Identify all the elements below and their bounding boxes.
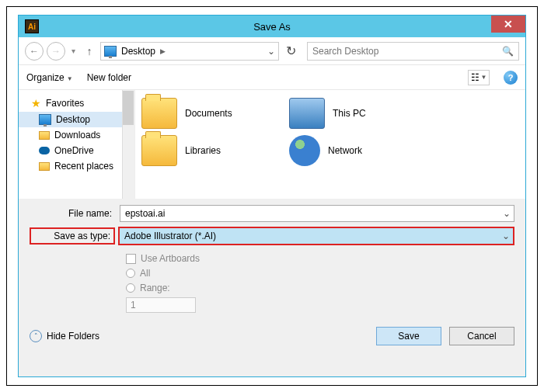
save-button[interactable]: Save bbox=[376, 327, 441, 345]
cloud-icon bbox=[39, 147, 50, 154]
window-title: Save As bbox=[19, 21, 525, 33]
sidebar-scrollbar[interactable] bbox=[122, 90, 134, 199]
item-this-pc[interactable]: This PC bbox=[289, 98, 421, 129]
folder-icon bbox=[141, 135, 177, 166]
sidebar: ★ Favorites Desktop Downloads OneDrive R… bbox=[19, 90, 135, 199]
folder-icon bbox=[39, 162, 50, 171]
item-network[interactable]: Network bbox=[289, 135, 421, 166]
chevron-down-icon[interactable]: ⌄ bbox=[502, 231, 510, 241]
sidebar-item-recent[interactable]: Recent places bbox=[19, 158, 134, 174]
refresh-button[interactable]: ↻ bbox=[282, 43, 299, 58]
star-icon: ★ bbox=[31, 97, 41, 109]
breadcrumb-dropdown-icon[interactable]: ⌄ bbox=[267, 46, 275, 57]
breadcrumb[interactable]: Desktop ▶ ⌄ bbox=[100, 42, 279, 61]
radio-icon bbox=[126, 269, 135, 278]
savetype-dropdown[interactable]: Adobe Illustrator (*.AI) ⌄ bbox=[118, 227, 514, 245]
range-input: 1 bbox=[126, 297, 196, 313]
forward-button[interactable]: → bbox=[47, 42, 65, 61]
organize-button[interactable]: Organize▼ bbox=[26, 72, 73, 83]
filename-label: File name: bbox=[30, 208, 115, 219]
desktop-icon bbox=[39, 114, 51, 125]
new-folder-button[interactable]: New folder bbox=[87, 72, 131, 83]
back-button[interactable]: ← bbox=[25, 42, 44, 61]
folder-documents[interactable]: Documents bbox=[141, 98, 274, 129]
savetype-label: Save as type: bbox=[30, 227, 115, 245]
search-icon: 🔍 bbox=[502, 46, 514, 57]
chevron-right-icon: ▶ bbox=[160, 47, 166, 55]
search-placeholder: Search Desktop bbox=[312, 46, 378, 57]
folder-icon bbox=[39, 131, 50, 140]
help-button[interactable]: ? bbox=[504, 71, 518, 85]
all-radio: All bbox=[126, 268, 514, 279]
globe-icon bbox=[289, 135, 320, 166]
filename-input[interactable]: epstoai.ai ⌄ bbox=[120, 205, 514, 222]
pc-icon bbox=[289, 98, 325, 129]
nav-separator: ▾ bbox=[71, 47, 75, 55]
sidebar-item-downloads[interactable]: Downloads bbox=[19, 127, 134, 143]
close-button[interactable]: ✕ bbox=[491, 16, 525, 33]
desktop-icon bbox=[104, 46, 117, 57]
cancel-button[interactable]: Cancel bbox=[449, 327, 514, 345]
use-artboards-checkbox[interactable]: Use Artboards bbox=[126, 253, 514, 264]
sidebar-item-desktop[interactable]: Desktop bbox=[19, 112, 134, 127]
title-bar: Ai Save As ✕ bbox=[19, 16, 525, 37]
sidebar-favorites-header[interactable]: ★ Favorites bbox=[19, 95, 134, 112]
view-options-button[interactable]: ☷▼ bbox=[468, 70, 490, 85]
search-input[interactable]: Search Desktop 🔍 bbox=[307, 42, 519, 61]
hide-folders-button[interactable]: ˄ Hide Folders bbox=[30, 330, 99, 342]
range-radio: Range: bbox=[126, 283, 514, 293]
radio-icon bbox=[126, 283, 135, 293]
chevron-up-icon: ˄ bbox=[30, 330, 42, 342]
chevron-down-icon[interactable]: ⌄ bbox=[503, 208, 511, 219]
folder-icon bbox=[141, 98, 177, 129]
toolbar: Organize▼ New folder ☷▼ ? bbox=[19, 65, 525, 90]
checkbox-icon bbox=[126, 254, 136, 264]
breadcrumb-location: Desktop bbox=[121, 46, 155, 57]
nav-bar: ← → ▾ ↑ Desktop ▶ ⌄ ↻ Search Desktop 🔍 bbox=[19, 37, 525, 65]
sidebar-item-onedrive[interactable]: OneDrive bbox=[19, 143, 134, 158]
file-pane[interactable]: Documents This PC Libraries Network bbox=[135, 90, 525, 199]
up-button[interactable]: ↑ bbox=[82, 45, 97, 57]
folder-libraries[interactable]: Libraries bbox=[141, 135, 274, 166]
